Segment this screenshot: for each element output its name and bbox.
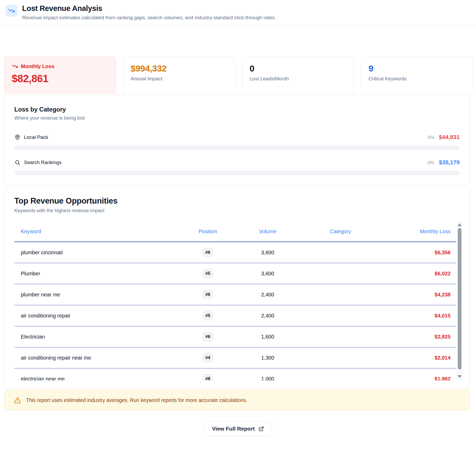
view-full-report-label: View Full Report xyxy=(212,426,255,432)
annual-impact-value: $994,332 xyxy=(131,64,227,73)
position-badge: #5 xyxy=(202,311,214,321)
keyword-cell: Plumber xyxy=(14,271,183,277)
monthly-loss-cell: $2,014 xyxy=(378,355,456,361)
position-badge: #6 xyxy=(202,332,214,342)
category-row-local-pack: Local Pack 0% $44,831 xyxy=(14,134,460,141)
category-percent: 0% xyxy=(427,160,434,166)
page-title: Lost Revenue Analysis xyxy=(22,4,276,13)
keyword-cell: electrician near me xyxy=(14,376,183,381)
search-icon xyxy=(14,159,21,166)
loss-by-category-subtitle: Where your revenue is being lost xyxy=(14,115,460,121)
table-row: electrician near me #8 1,000 $1,882 xyxy=(14,368,456,380)
position-cell: #6 xyxy=(183,332,233,342)
monthly-loss-value: $82,861 xyxy=(12,73,108,84)
keyword-cell: air conditioning repair xyxy=(14,313,183,319)
category-row-search-rankings: Search Rankings 0% $35,179 xyxy=(14,159,460,166)
keyword-cell: plumber cincinnati xyxy=(14,250,183,256)
volume-cell: 2,400 xyxy=(233,292,303,298)
table-row: air conditioning repair #5 2,400 $4,015 xyxy=(14,305,456,326)
trending-down-icon xyxy=(5,5,17,17)
monthly-loss-cell: $6,022 xyxy=(378,271,456,277)
lost-leads-value: 0 xyxy=(250,64,346,73)
position-badge: #5 xyxy=(202,269,214,278)
view-full-report-button[interactable]: View Full Report xyxy=(204,421,272,436)
category-amount: $35,179 xyxy=(439,159,460,166)
keyword-cell: Electrician xyxy=(14,334,183,340)
column-header-volume: Volume xyxy=(233,229,303,235)
monthly-loss-label-row: Monthly Loss xyxy=(12,63,108,69)
position-badge: #6 xyxy=(202,290,214,300)
opportunities-title: Top Revenue Opportunities xyxy=(14,196,460,206)
monthly-loss-cell: $4,015 xyxy=(378,313,456,319)
opportunities-subtitle: Keywords with the highest revenue impact xyxy=(14,208,460,213)
stat-card-critical-keywords: 9 Critical Keywords xyxy=(361,57,473,94)
footer: View Full Report xyxy=(0,421,476,436)
table-body: plumber cincinnati #6 3,600 $6,356 Plumb… xyxy=(14,242,456,380)
monthly-loss-cell: $6,356 xyxy=(378,250,456,256)
critical-keywords-value: 9 xyxy=(369,64,465,73)
stats-row: Monthly Loss $82,861 $994,332 Annual Imp… xyxy=(4,57,473,94)
volume-cell: 1,600 xyxy=(233,334,303,340)
table-row: plumber near me #6 2,400 $4,238 xyxy=(14,284,456,305)
external-link-icon xyxy=(259,426,264,432)
position-cell: #4 xyxy=(183,353,233,363)
position-badge: #6 xyxy=(202,248,214,257)
position-badge: #8 xyxy=(202,374,214,380)
table-scrollbar[interactable] xyxy=(457,221,462,380)
volume-cell: 1,300 xyxy=(233,355,303,361)
warning-text: This report uses estimated industry aver… xyxy=(26,397,247,403)
search-rankings-progress-bar xyxy=(14,171,460,175)
keyword-cell: air conditioning repair near me xyxy=(14,355,183,361)
monthly-loss-label: Monthly Loss xyxy=(21,63,54,69)
column-header-monthly-loss: Monthly Loss xyxy=(378,229,456,235)
category-label: Local Pack xyxy=(24,134,48,140)
annual-impact-label: Annual Impact xyxy=(131,76,227,82)
opportunities-table: Keyword Position Volume Category Monthly… xyxy=(14,221,462,380)
position-cell: #6 xyxy=(183,290,233,300)
position-cell: #8 xyxy=(183,374,233,380)
scroll-up-icon[interactable] xyxy=(457,222,462,228)
category-amount: $44,831 xyxy=(439,134,460,141)
stat-card-monthly-loss: Monthly Loss $82,861 xyxy=(4,57,116,94)
loss-by-category-title: Loss by Category xyxy=(14,106,460,113)
top-revenue-opportunities-card: Top Revenue Opportunities Keywords with … xyxy=(4,186,470,388)
table-row: Electrician #6 1,600 $2,825 xyxy=(14,326,456,347)
header-text: Lost Revenue Analysis Revenue impact est… xyxy=(22,4,276,21)
monthly-loss-cell: $4,238 xyxy=(378,292,456,298)
scroll-down-icon[interactable] xyxy=(457,374,462,379)
category-label: Search Rankings xyxy=(24,160,62,165)
keyword-cell: plumber near me xyxy=(14,292,183,298)
critical-keywords-label: Critical Keywords xyxy=(369,76,465,82)
table-header-row: Keyword Position Volume Category Monthly… xyxy=(14,221,456,242)
position-badge: #4 xyxy=(202,353,214,363)
lost-leads-label: Lost Leads/Month xyxy=(250,76,346,82)
monthly-loss-cell: $1,882 xyxy=(378,376,456,381)
page-header: Lost Revenue Analysis Revenue impact est… xyxy=(0,0,476,26)
volume-cell: 1,000 xyxy=(233,376,303,381)
estimates-warning-banner: This report uses estimated industry aver… xyxy=(4,390,470,411)
stat-card-annual-impact: $994,332 Annual Impact xyxy=(123,57,235,94)
volume-cell: 3,600 xyxy=(233,271,303,277)
volume-cell: 2,400 xyxy=(233,313,303,319)
monthly-loss-cell: $2,825 xyxy=(378,334,456,340)
page-subtitle: Revenue impact estimates calculated from… xyxy=(22,15,276,21)
scrollbar-thumb[interactable] xyxy=(458,228,461,369)
table-row: plumber cincinnati #6 3,600 $6,356 xyxy=(14,242,456,263)
column-header-position: Position xyxy=(183,229,233,235)
table-row: air conditioning repair near me #4 1,300… xyxy=(14,347,456,368)
category-percent: 0% xyxy=(427,135,434,140)
column-header-keyword: Keyword xyxy=(14,229,183,235)
position-cell: #5 xyxy=(183,269,233,278)
trending-down-icon xyxy=(12,63,18,69)
map-pin-icon xyxy=(14,134,21,140)
warning-triangle-icon xyxy=(14,397,21,404)
volume-cell: 3,600 xyxy=(233,250,303,256)
loss-by-category-card: Loss by Category Where your revenue is b… xyxy=(4,95,470,185)
column-header-category: Category xyxy=(303,229,378,235)
local-pack-progress-bar xyxy=(14,146,460,150)
table-row: Plumber #5 3,600 $6,022 xyxy=(14,263,456,284)
position-cell: #5 xyxy=(183,311,233,321)
position-cell: #6 xyxy=(183,248,233,257)
stat-card-lost-leads: 0 Lost Leads/Month xyxy=(242,57,354,94)
